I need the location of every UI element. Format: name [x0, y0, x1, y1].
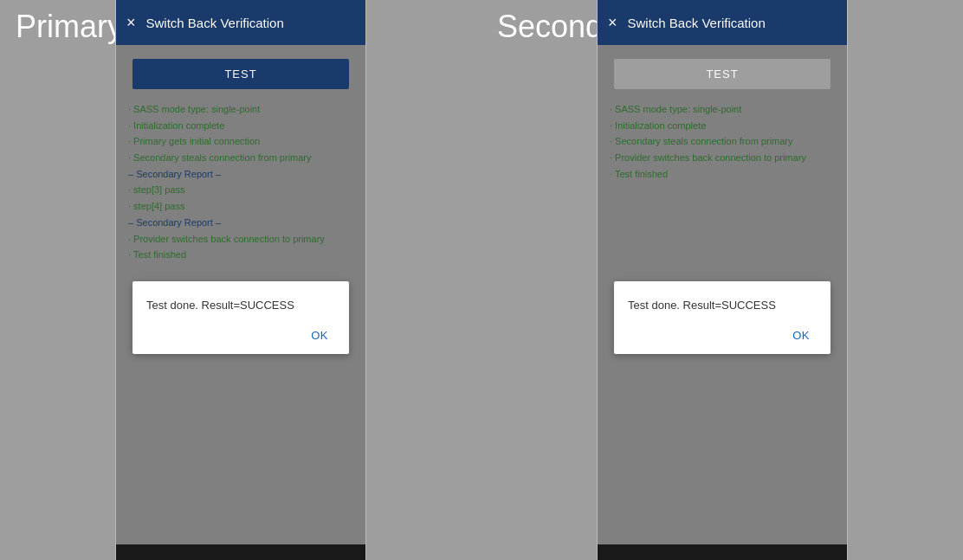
log-line: – Secondary Report –: [128, 215, 353, 231]
primary-phone-frame: × Switch Back Verification TEST · SASS m…: [115, 0, 366, 560]
primary-phone-content: TEST · SASS mode type: single-point· Ini…: [116, 45, 365, 544]
primary-phone-header: × Switch Back Verification: [116, 0, 365, 45]
log-line: · step[3] pass: [128, 182, 353, 198]
log-line: · Test finished: [610, 166, 835, 183]
log-line: · Provider switches back connection to p…: [610, 150, 835, 166]
secondary-dialog: Test done. Result=SUCCESS OK: [614, 281, 831, 354]
log-line: · SASS mode type: single-point: [128, 101, 353, 118]
primary-header-title: Switch Back Verification: [146, 16, 284, 30]
secondary-dialog-ok[interactable]: OK: [785, 325, 817, 345]
secondary-dialog-actions: OK: [628, 325, 817, 345]
log-line: · Test finished: [128, 247, 353, 263]
primary-test-button[interactable]: TEST: [132, 59, 349, 89]
secondary-header-title: Switch Back Verification: [628, 16, 766, 30]
log-line: · Initialization complete: [128, 118, 353, 134]
primary-dialog-text: Test done. Result=SUCCESS: [146, 299, 335, 312]
log-line: · Primary gets initial connection: [128, 133, 353, 150]
primary-log-area: · SASS mode type: single-point· Initiali…: [128, 101, 353, 263]
primary-close-icon[interactable]: ×: [126, 15, 136, 30]
secondary-phone-header: × Switch Back Verification: [598, 0, 847, 45]
log-line: – Secondary Report –: [128, 166, 353, 183]
primary-panel: Primary × Switch Back Verification TEST …: [0, 0, 481, 560]
secondary-bottom-bar: [598, 544, 847, 560]
primary-dialog-actions: OK: [146, 325, 335, 345]
log-line: · Provider switches back connection to p…: [128, 231, 353, 248]
secondary-phone-content: TEST · SASS mode type: single-point· Ini…: [598, 45, 847, 544]
log-line: · step[4] pass: [128, 198, 353, 215]
log-line: · Secondary steals connection from prima…: [128, 150, 353, 166]
log-line: · Initialization complete: [610, 118, 835, 134]
secondary-dialog-text: Test done. Result=SUCCESS: [628, 299, 817, 312]
primary-bottom-bar: [116, 544, 365, 560]
log-line: · Secondary steals connection from prima…: [610, 133, 835, 150]
secondary-log-area: · SASS mode type: single-point· Initiali…: [610, 101, 835, 182]
secondary-phone-frame: × Switch Back Verification TEST · SASS m…: [597, 0, 848, 560]
secondary-panel: Secondary × Switch Back Verification TES…: [481, 0, 963, 560]
primary-dialog: Test done. Result=SUCCESS OK: [132, 281, 349, 354]
log-line: · SASS mode type: single-point: [610, 101, 835, 118]
secondary-test-button[interactable]: TEST: [614, 59, 831, 89]
secondary-close-icon[interactable]: ×: [608, 15, 617, 30]
primary-dialog-ok[interactable]: OK: [304, 325, 335, 345]
